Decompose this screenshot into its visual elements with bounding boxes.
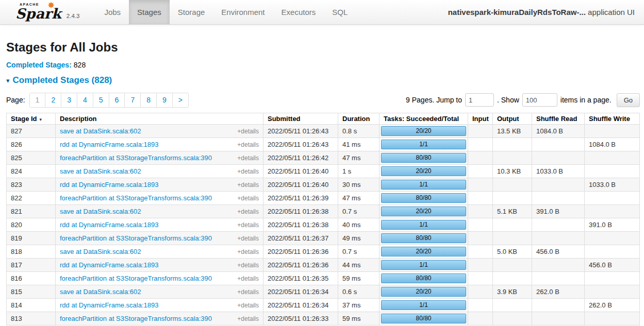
- details-toggle[interactable]: +details: [237, 288, 259, 296]
- completed-stages-link[interactable]: Completed Stages:: [6, 61, 72, 69]
- page-button-2[interactable]: 2: [45, 93, 61, 108]
- stage-description-link[interactable]: save at DataSink.scala:602: [60, 127, 141, 135]
- column-header-shuffle-read[interactable]: Shuffle Read: [532, 113, 585, 124]
- page-button-5[interactable]: 5: [93, 93, 109, 108]
- nav-item-executors[interactable]: Executors: [273, 0, 324, 24]
- stage-description-link[interactable]: rdd at DynamicFrame.scala:1893: [60, 221, 158, 229]
- stage-id-cell: 823: [7, 178, 56, 191]
- table-row: 813 +details foreachPartition at S3Stora…: [7, 312, 640, 325]
- column-header-output[interactable]: Output: [493, 113, 532, 124]
- details-toggle[interactable]: +details: [237, 194, 259, 202]
- stage-description-link[interactable]: foreachPartition at S3StorageTransforms.…: [60, 194, 212, 202]
- page-button-9[interactable]: 9: [156, 93, 173, 108]
- tasks-count: 20/20: [381, 287, 466, 297]
- stage-description-link[interactable]: foreachPartition at S3StorageTransforms.…: [60, 154, 212, 162]
- completed-stages-section-header[interactable]: ▾ Completed Stages (828): [6, 75, 640, 85]
- stage-description-link[interactable]: save at DataSink.scala:602: [60, 167, 141, 175]
- page-button-1[interactable]: 1: [29, 93, 46, 108]
- details-toggle[interactable]: +details: [237, 141, 259, 148]
- table-row: 825 +details foreachPartition at S3Stora…: [7, 151, 640, 164]
- completed-stages-count: 828: [74, 61, 86, 69]
- submitted-cell: 2022/05/11 01:26:34: [263, 285, 338, 298]
- duration-cell: 0.6 s: [338, 285, 379, 298]
- shuffle-write-cell: [585, 231, 640, 245]
- nav-item-storage[interactable]: Storage: [170, 0, 213, 24]
- page-button-3[interactable]: 3: [61, 93, 77, 108]
- shuffle-write-cell: 456.0 B: [585, 258, 640, 271]
- tasks-progress-bar: 1/1: [381, 220, 466, 230]
- page-button-7[interactable]: 7: [124, 93, 141, 108]
- input-cell: [468, 258, 493, 271]
- column-header-duration[interactable]: Duration: [338, 113, 379, 124]
- tasks-cell: 80/80: [379, 151, 468, 164]
- page-button-6[interactable]: 6: [109, 93, 125, 108]
- stage-description-link[interactable]: rdd at DynamicFrame.scala:1893: [60, 301, 158, 309]
- tasks-count: 80/80: [381, 314, 466, 323]
- details-toggle[interactable]: +details: [237, 154, 259, 162]
- input-cell: [468, 204, 493, 218]
- column-header-input[interactable]: Input: [468, 113, 493, 124]
- submitted-cell: 2022/05/11 01:26:35: [263, 271, 338, 285]
- output-cell: [493, 258, 532, 271]
- tasks-progress-bar: 1/1: [381, 180, 466, 190]
- nav-item-environment[interactable]: Environment: [213, 0, 273, 24]
- submitted-cell: 2022/05/11 01:26:43: [263, 138, 338, 151]
- output-cell: [493, 191, 532, 204]
- details-toggle[interactable]: +details: [237, 261, 259, 269]
- input-cell: [468, 138, 493, 151]
- tasks-count: 1/1: [381, 300, 466, 310]
- jump-to-input[interactable]: [465, 93, 494, 107]
- stage-description-link[interactable]: save at DataSink.scala:602: [60, 288, 141, 296]
- nav-item-jobs[interactable]: Jobs: [96, 0, 129, 24]
- table-row: 818 +details save at DataSink.scala:602 …: [7, 245, 640, 258]
- description-cell: +details foreachPartition at S3StorageTr…: [56, 151, 263, 164]
- duration-cell: 41 ms: [338, 138, 379, 151]
- details-toggle[interactable]: +details: [237, 181, 259, 188]
- stage-description-link[interactable]: foreachPartition at S3StorageTransforms.…: [60, 234, 212, 242]
- page-button-4[interactable]: 4: [77, 93, 93, 108]
- stage-description-link[interactable]: save at DataSink.scala:602: [60, 208, 141, 215]
- details-toggle[interactable]: +details: [237, 301, 259, 309]
- stage-description-link[interactable]: rdd at DynamicFrame.scala:1893: [60, 181, 158, 188]
- nav-item-sql[interactable]: SQL: [324, 0, 356, 24]
- table-row: 826 +details rdd at DynamicFrame.scala:1…: [7, 138, 640, 151]
- page-button-next[interactable]: >: [172, 93, 189, 108]
- details-toggle[interactable]: +details: [237, 127, 259, 135]
- page-button-8[interactable]: 8: [140, 93, 157, 108]
- duration-cell: 0.7 s: [338, 204, 379, 218]
- submitted-cell: 2022/05/11 01:26:42: [263, 151, 338, 164]
- stage-description-link[interactable]: save at DataSink.scala:602: [60, 248, 141, 255]
- input-cell: [468, 164, 493, 178]
- column-header-submitted[interactable]: Submitted: [263, 113, 338, 124]
- go-button[interactable]: Go: [617, 93, 640, 107]
- details-toggle[interactable]: +details: [237, 234, 259, 242]
- details-toggle[interactable]: +details: [237, 221, 259, 229]
- stage-description-link[interactable]: rdd at DynamicFrame.scala:1893: [60, 261, 158, 269]
- tasks-cell: 1/1: [379, 178, 468, 191]
- duration-cell: 40 ms: [338, 218, 379, 231]
- column-header-stage-id[interactable]: Stage Id▾: [7, 113, 56, 124]
- submitted-cell: 2022/05/11 01:26:40: [263, 178, 338, 191]
- shuffle-write-cell: 1033.0 B: [585, 178, 640, 191]
- column-header-shuffle-write[interactable]: Shuffle Write: [585, 113, 640, 124]
- pagination-row: Page: 123456789> 9 Pages. Jump to . Show…: [6, 93, 640, 108]
- details-toggle[interactable]: +details: [237, 315, 259, 322]
- column-header-description[interactable]: Description: [56, 113, 263, 124]
- tasks-progress-bar: 80/80: [381, 193, 466, 203]
- stage-id-cell: 818: [7, 245, 56, 258]
- description-cell: +details foreachPartition at S3StorageTr…: [56, 312, 263, 325]
- column-header-tasks[interactable]: Tasks: Succeeded/Total: [379, 113, 468, 124]
- stage-description-link[interactable]: foreachPartition at S3StorageTransforms.…: [60, 315, 212, 322]
- details-toggle[interactable]: +details: [237, 167, 259, 175]
- tasks-cell: 1/1: [379, 138, 468, 151]
- stage-description-link[interactable]: rdd at DynamicFrame.scala:1893: [60, 141, 158, 148]
- stage-description-link[interactable]: foreachPartition at S3StorageTransforms.…: [60, 274, 212, 282]
- details-toggle[interactable]: +details: [237, 208, 259, 215]
- spark-logo[interactable]: APACHE Spark ✸ 2.4.3: [13, 0, 85, 24]
- show-count-input[interactable]: [522, 93, 557, 107]
- nav-item-stages[interactable]: Stages: [129, 0, 170, 24]
- output-cell: [493, 151, 532, 164]
- details-toggle[interactable]: +details: [237, 274, 259, 282]
- details-toggle[interactable]: +details: [237, 248, 259, 255]
- table-row: 816 +details foreachPartition at S3Stora…: [7, 271, 640, 285]
